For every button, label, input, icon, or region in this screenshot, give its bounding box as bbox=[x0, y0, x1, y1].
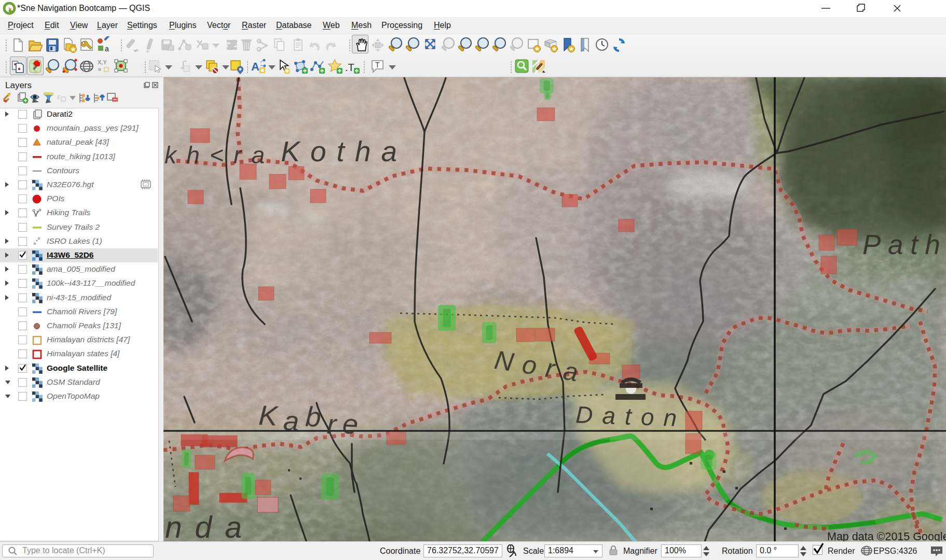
svg-text:A: A bbox=[251, 60, 259, 73]
svg-text:Path: Path bbox=[862, 229, 945, 260]
svg-text:.T: .T bbox=[345, 62, 354, 73]
svg-text:Daton: Daton bbox=[575, 401, 680, 431]
svg-text:ε: ε bbox=[57, 93, 60, 101]
svg-text:X,Y: X,Y bbox=[98, 59, 107, 65]
svg-text:Map data ©2015 Google: Map data ©2015 Google bbox=[827, 530, 946, 541]
svg-text:T: T bbox=[375, 61, 380, 69]
svg-text:a: a bbox=[105, 45, 109, 53]
svg-text:nda: nda bbox=[165, 510, 244, 541]
